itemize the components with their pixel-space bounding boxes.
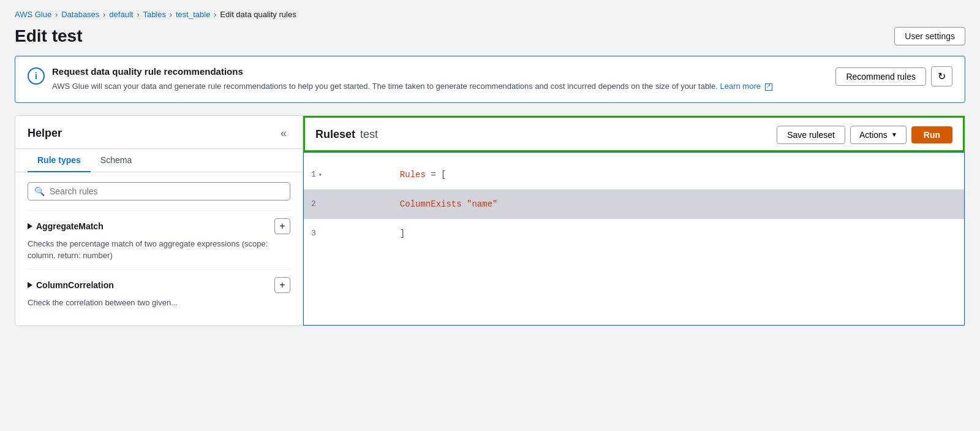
banner-content: Request data quality rule recommendation…: [52, 66, 772, 93]
line-number-1: 1 ▾: [304, 170, 333, 179]
breadcrumb-sep-5: ›: [214, 10, 216, 19]
banner-description: AWS Glue will scan your data and generat…: [52, 80, 772, 93]
helper-title: Helper: [28, 127, 62, 140]
main-content: Helper « Rule types Schema 🔍 Aggregat: [15, 115, 965, 327]
user-settings-button[interactable]: User settings: [894, 27, 965, 45]
ruleset-header: Ruleset test Save ruleset Actions ▼ Run: [303, 116, 965, 152]
code-editor[interactable]: 1 ▾ Rules = [ 2 ColumnExists "name": [303, 152, 965, 326]
banner-actions: Recommend rules ↻: [835, 66, 952, 86]
line-number-3: 3: [304, 229, 333, 238]
recommendation-banner: i Request data quality rule recommendati…: [15, 56, 965, 103]
breadcrumb-sep-4: ›: [170, 10, 172, 19]
add-rule-button[interactable]: +: [274, 218, 290, 234]
external-link-icon: ↗: [765, 83, 772, 91]
breadcrumb-sep-1: ›: [55, 10, 58, 19]
breadcrumb-default[interactable]: default: [109, 10, 133, 19]
helper-body: 🔍 AggregateMatch + Checks the percentage…: [15, 172, 303, 326]
ruleset-title-area: Ruleset test: [315, 128, 378, 141]
actions-button[interactable]: Actions ▼: [850, 126, 907, 144]
code-line-2: 2 ColumnExists "name": [304, 189, 964, 219]
rule-title: AggregateMatch: [28, 221, 104, 231]
save-ruleset-button[interactable]: Save ruleset: [777, 126, 845, 144]
collapse-button[interactable]: «: [277, 126, 290, 141]
helper-header: Helper «: [15, 116, 303, 149]
refresh-button[interactable]: ↻: [931, 66, 952, 86]
code-line-3: 3 ]: [304, 219, 964, 248]
breadcrumb-sep-3: ›: [137, 10, 139, 19]
code-line-1: 1 ▾ Rules = [: [304, 160, 964, 189]
tab-rule-types[interactable]: Rule types: [28, 149, 91, 172]
actions-label: Actions: [859, 130, 888, 140]
page-title: Edit test: [15, 26, 82, 46]
line-content-1: Rules = [: [333, 160, 964, 189]
breadcrumb-sep-2: ›: [103, 10, 105, 19]
banner-title: Request data quality rule recommendation…: [52, 66, 772, 77]
list-item: ColumnCorrelation + Check the correlatio…: [28, 269, 290, 316]
breadcrumb-tables[interactable]: Tables: [143, 10, 166, 19]
search-box: 🔍: [28, 182, 290, 200]
rule-item-header: ColumnCorrelation +: [28, 277, 290, 293]
add-rule-button[interactable]: +: [274, 277, 290, 293]
breadcrumb-databases[interactable]: Databases: [61, 10, 99, 19]
learn-more-link[interactable]: Learn more: [720, 82, 760, 91]
ruleset-label: Ruleset: [315, 128, 355, 141]
rule-title: ColumnCorrelation: [28, 280, 114, 290]
banner-left: i Request data quality rule recommendati…: [28, 66, 826, 93]
rule-name: AggregateMatch: [36, 221, 104, 231]
search-icon: 🔍: [34, 186, 45, 196]
ruleset-name: test: [360, 128, 378, 141]
recommend-rules-button[interactable]: Recommend rules: [835, 67, 926, 86]
search-input[interactable]: [50, 186, 284, 196]
chevron-down-icon: ▼: [891, 131, 897, 138]
line-content-3: ]: [333, 219, 964, 248]
info-icon: i: [28, 67, 45, 85]
line-content-2: ColumnExists "name": [333, 189, 964, 219]
list-item: AggregateMatch + Checks the percentage m…: [28, 210, 290, 269]
ruleset-panel: Ruleset test Save ruleset Actions ▼ Run …: [303, 116, 965, 326]
breadcrumb-current: Edit data quality rules: [220, 10, 296, 19]
page-header: Edit test User settings: [15, 26, 965, 46]
helper-panel: Helper « Rule types Schema 🔍 Aggregat: [15, 116, 303, 326]
tab-schema[interactable]: Schema: [91, 149, 141, 172]
line-number-2: 2: [304, 199, 333, 208]
fold-arrow[interactable]: ▾: [318, 171, 322, 178]
rule-description: Checks the percentage match of two aggre…: [28, 238, 290, 262]
breadcrumb: AWS Glue › Databases › default › Tables …: [15, 10, 965, 19]
expand-icon[interactable]: [28, 282, 32, 288]
rule-description: Check the correlation between two given.…: [28, 297, 290, 309]
rule-name: ColumnCorrelation: [36, 280, 114, 290]
breadcrumb-test-table[interactable]: test_table: [176, 10, 210, 19]
helper-tabs: Rule types Schema: [15, 149, 303, 172]
expand-icon[interactable]: [28, 223, 32, 229]
rule-item-header: AggregateMatch +: [28, 218, 290, 234]
breadcrumb-aws-glue[interactable]: AWS Glue: [15, 10, 51, 19]
ruleset-actions: Save ruleset Actions ▼ Run: [777, 126, 952, 144]
run-button[interactable]: Run: [911, 126, 952, 143]
